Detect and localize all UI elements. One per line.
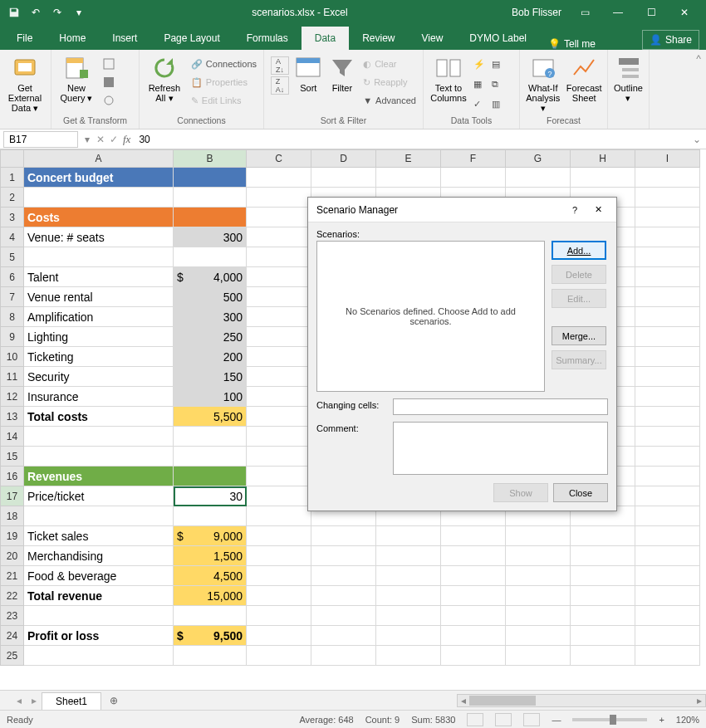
- cell-F25[interactable]: [441, 646, 506, 666]
- cell-C25[interactable]: [247, 646, 311, 666]
- cell-C6[interactable]: [247, 267, 311, 287]
- row-header-17[interactable]: 17: [1, 486, 24, 506]
- cell-C1[interactable]: [247, 168, 311, 188]
- close-window-button[interactable]: ✕: [668, 2, 701, 22]
- cell-E1[interactable]: [376, 168, 441, 188]
- cancel-formula-icon[interactable]: ✕: [96, 134, 105, 145]
- tab-data[interactable]: Data: [302, 27, 349, 50]
- cell-F20[interactable]: [441, 546, 506, 566]
- cell-E25[interactable]: [376, 646, 441, 666]
- fx-icon[interactable]: fx: [123, 133, 130, 146]
- cell-A11[interactable]: Security: [24, 367, 174, 387]
- cell-B10[interactable]: 200: [174, 347, 247, 367]
- cell-F22[interactable]: [441, 586, 506, 606]
- minimize-button[interactable]: —: [601, 2, 635, 22]
- cell-A17[interactable]: Price/ticket: [24, 486, 174, 506]
- cell-B17[interactable]: 30: [174, 486, 247, 506]
- sheet-nav-next[interactable]: ▸: [27, 695, 42, 706]
- cell-B11[interactable]: 150: [174, 367, 247, 387]
- show-queries-button[interactable]: [100, 55, 118, 73]
- cell-D19[interactable]: [311, 526, 376, 546]
- row-header-13[interactable]: 13: [1, 407, 24, 427]
- row-header-15[interactable]: 15: [1, 447, 24, 467]
- cell-A4[interactable]: Venue: # seats: [24, 227, 174, 247]
- cell-I2[interactable]: [635, 188, 700, 208]
- cell-B21[interactable]: 4,500: [174, 566, 247, 586]
- cell-I19[interactable]: [635, 526, 700, 546]
- undo-button[interactable]: ↶: [27, 3, 45, 22]
- namebox-dropdown[interactable]: ▾: [81, 134, 93, 145]
- cell-H25[interactable]: [571, 646, 635, 666]
- cell-B8[interactable]: 300: [174, 307, 247, 327]
- forecast-sheet-button[interactable]: Forecast Sheet: [565, 51, 605, 113]
- row-header-25[interactable]: 25: [1, 646, 24, 666]
- cell-I10[interactable]: [635, 347, 700, 367]
- cell-C20[interactable]: [247, 546, 311, 566]
- col-header-F[interactable]: F: [441, 150, 506, 168]
- dialog-help-button[interactable]: ?: [563, 201, 586, 219]
- cell-D25[interactable]: [311, 646, 376, 666]
- page-layout-view-button[interactable]: [495, 713, 512, 726]
- cell-C17[interactable]: [247, 486, 311, 506]
- cell-A14[interactable]: [24, 427, 174, 447]
- cell-B24[interactable]: $9,500: [174, 626, 247, 646]
- cell-D24[interactable]: [311, 626, 376, 646]
- cell-B13[interactable]: 5,500: [174, 407, 247, 427]
- cell-F21[interactable]: [441, 566, 506, 586]
- cell-B15[interactable]: [174, 447, 247, 467]
- row-header-20[interactable]: 20: [1, 546, 24, 566]
- row-header-14[interactable]: 14: [1, 427, 24, 447]
- tab-formulas[interactable]: Formulas: [233, 27, 302, 50]
- cell-I23[interactable]: [635, 606, 700, 626]
- cell-E19[interactable]: [376, 526, 441, 546]
- cell-B5[interactable]: [174, 247, 247, 267]
- connections-button[interactable]: 🔗Connections: [188, 55, 260, 73]
- maximize-button[interactable]: ☐: [635, 2, 668, 22]
- cell-G19[interactable]: [506, 526, 571, 546]
- cell-I6[interactable]: [635, 267, 700, 287]
- row-header-9[interactable]: 9: [1, 327, 24, 347]
- row-header-22[interactable]: 22: [1, 586, 24, 606]
- cell-H21[interactable]: [571, 566, 635, 586]
- sheet-nav-prev[interactable]: ◂: [12, 695, 27, 706]
- cell-D21[interactable]: [311, 566, 376, 586]
- cell-A24[interactable]: Profit or loss: [24, 626, 174, 646]
- col-header-G[interactable]: G: [506, 150, 571, 168]
- new-query-button[interactable]: New Query ▾: [55, 51, 98, 113]
- cell-A19[interactable]: Ticket sales: [24, 526, 174, 546]
- col-header-H[interactable]: H: [571, 150, 635, 168]
- cell-C16[interactable]: [247, 467, 311, 486]
- share-button[interactable]: 👤Share: [642, 30, 699, 50]
- cell-B14[interactable]: [174, 427, 247, 447]
- cell-C9[interactable]: [247, 327, 311, 347]
- cell-C3[interactable]: [247, 208, 311, 227]
- cell-C19[interactable]: [247, 526, 311, 546]
- cell-B2[interactable]: [174, 188, 247, 208]
- row-header-18[interactable]: 18: [1, 506, 24, 526]
- row-header-2[interactable]: 2: [1, 188, 24, 208]
- cell-I8[interactable]: [635, 307, 700, 327]
- cell-I20[interactable]: [635, 546, 700, 566]
- col-header-E[interactable]: E: [376, 150, 441, 168]
- row-header-7[interactable]: 7: [1, 287, 24, 307]
- scenario-merge-button[interactable]: Merge...: [552, 326, 606, 345]
- cell-A21[interactable]: Food & beverage: [24, 566, 174, 586]
- cell-C21[interactable]: [247, 566, 311, 586]
- row-header-23[interactable]: 23: [1, 606, 24, 626]
- get-external-data-button[interactable]: Get External Data ▾: [3, 51, 47, 113]
- new-sheet-button[interactable]: ⊕: [101, 693, 126, 708]
- tell-me-search[interactable]: 💡Tell me: [548, 38, 596, 50]
- whatif-analysis-button[interactable]: ?What-If Analysis ▾: [523, 51, 563, 113]
- row-header-8[interactable]: 8: [1, 307, 24, 327]
- cell-I5[interactable]: [635, 247, 700, 267]
- sort-za-button[interactable]: ZA↓: [271, 76, 289, 95]
- cell-A2[interactable]: [24, 188, 174, 208]
- consolidate-button[interactable]: ▤: [490, 55, 507, 73]
- edit-links-button[interactable]: ✎Edit Links: [188, 91, 260, 110]
- cell-I1[interactable]: [635, 168, 700, 188]
- cell-H22[interactable]: [571, 586, 635, 606]
- cell-E23[interactable]: [376, 606, 441, 626]
- cell-C24[interactable]: [247, 626, 311, 646]
- zoom-out-button[interactable]: —: [552, 715, 561, 725]
- cell-B6[interactable]: $4,000: [174, 267, 247, 287]
